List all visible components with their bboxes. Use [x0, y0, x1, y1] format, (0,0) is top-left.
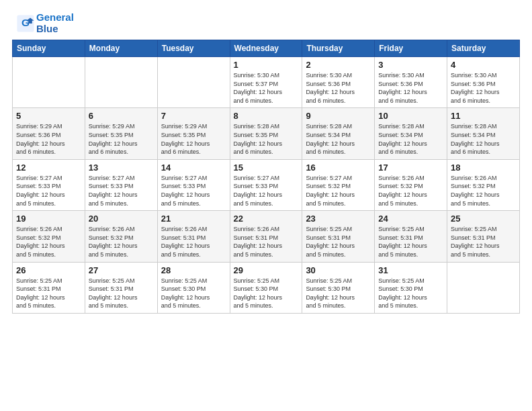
day-number: 10 — [378, 111, 443, 121]
calendar-cell: 18Sunrise: 5:26 AM Sunset: 5:32 PM Dayli… — [447, 159, 520, 210]
day-detail: Sunrise: 5:27 AM Sunset: 5:33 PM Dayligh… — [161, 174, 226, 208]
day-number: 19 — [16, 214, 81, 224]
calendar-cell: 11Sunrise: 5:28 AM Sunset: 5:34 PM Dayli… — [447, 108, 520, 159]
calendar-cell: 14Sunrise: 5:27 AM Sunset: 5:33 PM Dayli… — [157, 159, 230, 210]
calendar-cell: 23Sunrise: 5:25 AM Sunset: 5:31 PM Dayli… — [302, 211, 375, 262]
day-detail: Sunrise: 5:26 AM Sunset: 5:31 PM Dayligh… — [161, 225, 226, 259]
calendar-cell: 6Sunrise: 5:29 AM Sunset: 5:35 PM Daylig… — [85, 108, 157, 159]
calendar-cell: 22Sunrise: 5:26 AM Sunset: 5:31 PM Dayli… — [230, 211, 302, 262]
day-detail: Sunrise: 5:28 AM Sunset: 5:34 PM Dayligh… — [451, 122, 516, 156]
day-number: 11 — [451, 111, 516, 121]
calendar-cell: 25Sunrise: 5:25 AM Sunset: 5:31 PM Dayli… — [447, 211, 520, 262]
calendar-cell — [85, 57, 157, 108]
calendar-cell: 2Sunrise: 5:30 AM Sunset: 5:36 PM Daylig… — [302, 57, 375, 108]
day-detail: Sunrise: 5:30 AM Sunset: 5:36 PM Dayligh… — [451, 71, 516, 105]
page: G GeneralBlue SundayMondayTuesdayWednesd… — [0, 0, 532, 411]
day-detail: Sunrise: 5:25 AM Sunset: 5:31 PM Dayligh… — [451, 225, 516, 259]
calendar-cell: 17Sunrise: 5:26 AM Sunset: 5:32 PM Dayli… — [375, 159, 447, 210]
day-number: 24 — [378, 214, 443, 224]
day-detail: Sunrise: 5:27 AM Sunset: 5:33 PM Dayligh… — [16, 174, 81, 208]
day-number: 25 — [451, 214, 516, 224]
day-detail: Sunrise: 5:25 AM Sunset: 5:31 PM Dayligh… — [378, 225, 443, 259]
calendar-cell: 21Sunrise: 5:26 AM Sunset: 5:31 PM Dayli… — [157, 211, 230, 262]
day-detail: Sunrise: 5:30 AM Sunset: 5:36 PM Dayligh… — [378, 71, 443, 105]
day-number: 30 — [306, 265, 371, 275]
day-header-thursday: Thursday — [302, 40, 375, 57]
day-detail: Sunrise: 5:25 AM Sunset: 5:31 PM Dayligh… — [16, 277, 81, 310]
calendar-week-row: 26Sunrise: 5:25 AM Sunset: 5:31 PM Dayli… — [13, 262, 520, 313]
calendar-week-row: 5Sunrise: 5:29 AM Sunset: 5:36 PM Daylig… — [13, 108, 520, 159]
day-detail: Sunrise: 5:26 AM Sunset: 5:31 PM Dayligh… — [234, 225, 299, 259]
day-number: 27 — [89, 265, 154, 275]
day-detail: Sunrise: 5:29 AM Sunset: 5:35 PM Dayligh… — [161, 122, 226, 156]
logo: G GeneralBlue — [16, 12, 74, 34]
calendar-cell: 15Sunrise: 5:27 AM Sunset: 5:33 PM Dayli… — [230, 159, 302, 210]
day-header-saturday: Saturday — [447, 40, 520, 57]
calendar-cell: 31Sunrise: 5:25 AM Sunset: 5:30 PM Dayli… — [375, 262, 447, 313]
calendar-header-row: SundayMondayTuesdayWednesdayThursdayFrid… — [13, 40, 520, 57]
header: G GeneralBlue — [0, 0, 532, 40]
day-number: 1 — [234, 60, 299, 70]
calendar-cell: 7Sunrise: 5:29 AM Sunset: 5:35 PM Daylig… — [157, 108, 230, 159]
logo-icon: G — [16, 14, 35, 33]
day-header-sunday: Sunday — [13, 40, 85, 57]
calendar-cell: 16Sunrise: 5:27 AM Sunset: 5:32 PM Dayli… — [302, 159, 375, 210]
calendar-table: SundayMondayTuesdayWednesdayThursdayFrid… — [12, 40, 520, 314]
calendar-cell: 12Sunrise: 5:27 AM Sunset: 5:33 PM Dayli… — [13, 159, 85, 210]
day-detail: Sunrise: 5:25 AM Sunset: 5:31 PM Dayligh… — [89, 277, 154, 310]
calendar-cell: 4Sunrise: 5:30 AM Sunset: 5:36 PM Daylig… — [447, 57, 520, 108]
day-detail: Sunrise: 5:26 AM Sunset: 5:32 PM Dayligh… — [16, 225, 81, 259]
calendar-week-row: 1Sunrise: 5:30 AM Sunset: 5:37 PM Daylig… — [13, 57, 520, 108]
calendar-cell: 5Sunrise: 5:29 AM Sunset: 5:36 PM Daylig… — [13, 108, 85, 159]
day-number: 20 — [89, 214, 154, 224]
calendar-cell: 13Sunrise: 5:27 AM Sunset: 5:33 PM Dayli… — [85, 159, 157, 210]
day-detail: Sunrise: 5:26 AM Sunset: 5:32 PM Dayligh… — [378, 174, 443, 208]
day-detail: Sunrise: 5:25 AM Sunset: 5:30 PM Dayligh… — [378, 277, 443, 310]
day-detail: Sunrise: 5:28 AM Sunset: 5:34 PM Dayligh… — [306, 122, 371, 156]
day-number: 28 — [161, 265, 226, 275]
day-number: 9 — [306, 111, 371, 121]
calendar-cell: 24Sunrise: 5:25 AM Sunset: 5:31 PM Dayli… — [375, 211, 447, 262]
day-number: 7 — [161, 111, 226, 121]
day-detail: Sunrise: 5:26 AM Sunset: 5:32 PM Dayligh… — [451, 174, 516, 208]
day-number: 17 — [378, 163, 443, 173]
calendar-body: 1Sunrise: 5:30 AM Sunset: 5:37 PM Daylig… — [13, 57, 520, 314]
day-detail: Sunrise: 5:25 AM Sunset: 5:31 PM Dayligh… — [306, 225, 371, 259]
day-detail: Sunrise: 5:27 AM Sunset: 5:32 PM Dayligh… — [306, 174, 371, 208]
day-detail: Sunrise: 5:28 AM Sunset: 5:35 PM Dayligh… — [234, 122, 299, 156]
day-detail: Sunrise: 5:27 AM Sunset: 5:33 PM Dayligh… — [234, 174, 299, 208]
calendar-cell: 1Sunrise: 5:30 AM Sunset: 5:37 PM Daylig… — [230, 57, 302, 108]
day-number: 21 — [161, 214, 226, 224]
day-header-tuesday: Tuesday — [157, 40, 230, 57]
calendar-cell: 3Sunrise: 5:30 AM Sunset: 5:36 PM Daylig… — [375, 57, 447, 108]
day-detail: Sunrise: 5:25 AM Sunset: 5:30 PM Dayligh… — [234, 277, 299, 310]
day-detail: Sunrise: 5:30 AM Sunset: 5:36 PM Dayligh… — [306, 71, 371, 105]
day-number: 15 — [234, 163, 299, 173]
day-detail: Sunrise: 5:27 AM Sunset: 5:33 PM Dayligh… — [89, 174, 154, 208]
day-number: 14 — [161, 163, 226, 173]
day-number: 2 — [306, 60, 371, 70]
day-detail: Sunrise: 5:25 AM Sunset: 5:30 PM Dayligh… — [161, 277, 226, 310]
calendar-cell: 9Sunrise: 5:28 AM Sunset: 5:34 PM Daylig… — [302, 108, 375, 159]
day-detail: Sunrise: 5:28 AM Sunset: 5:34 PM Dayligh… — [378, 122, 443, 156]
calendar-cell — [157, 57, 230, 108]
day-number: 12 — [16, 163, 81, 173]
day-number: 26 — [16, 265, 81, 275]
day-detail: Sunrise: 5:25 AM Sunset: 5:30 PM Dayligh… — [306, 277, 371, 310]
day-number: 29 — [234, 265, 299, 275]
day-number: 22 — [234, 214, 299, 224]
logo-text: GeneralBlue — [36, 12, 74, 34]
calendar-cell: 26Sunrise: 5:25 AM Sunset: 5:31 PM Dayli… — [13, 262, 85, 313]
calendar-week-row: 12Sunrise: 5:27 AM Sunset: 5:33 PM Dayli… — [13, 159, 520, 210]
day-detail: Sunrise: 5:29 AM Sunset: 5:36 PM Dayligh… — [16, 122, 81, 156]
day-number: 31 — [378, 265, 443, 275]
day-header-wednesday: Wednesday — [230, 40, 302, 57]
day-number: 13 — [89, 163, 154, 173]
day-header-monday: Monday — [85, 40, 157, 57]
calendar-cell — [13, 57, 85, 108]
calendar-cell — [447, 262, 520, 313]
day-number: 5 — [16, 111, 81, 121]
calendar-cell: 20Sunrise: 5:26 AM Sunset: 5:32 PM Dayli… — [85, 211, 157, 262]
day-detail: Sunrise: 5:26 AM Sunset: 5:32 PM Dayligh… — [89, 225, 154, 259]
calendar-cell: 30Sunrise: 5:25 AM Sunset: 5:30 PM Dayli… — [302, 262, 375, 313]
